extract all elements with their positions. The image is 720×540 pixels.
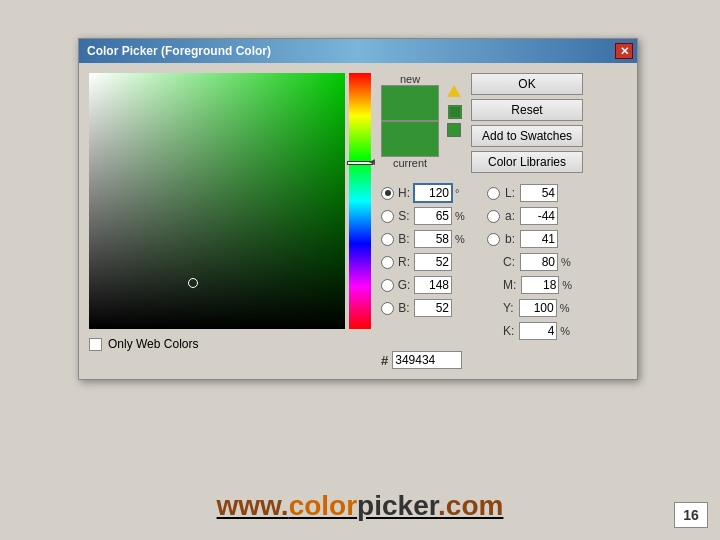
gradient-dark bbox=[89, 73, 345, 329]
input-M[interactable] bbox=[521, 276, 559, 294]
web-colors-label: Only Web Colors bbox=[108, 337, 198, 351]
input-b[interactable] bbox=[520, 230, 558, 248]
input-G[interactable] bbox=[414, 276, 452, 294]
unit-K: % bbox=[560, 325, 574, 337]
field-row-C: C: % bbox=[487, 252, 576, 272]
top-right: new current bbox=[381, 73, 627, 177]
radio-L[interactable] bbox=[487, 187, 500, 200]
radio-a[interactable] bbox=[487, 210, 500, 223]
label-H: H: bbox=[397, 186, 411, 200]
gradient-square[interactable] bbox=[89, 73, 345, 329]
color-libraries-button[interactable]: Color Libraries bbox=[471, 151, 583, 173]
radio-b[interactable] bbox=[487, 233, 500, 246]
field-row-Y: Y: % bbox=[487, 298, 576, 318]
unit-H: ° bbox=[455, 187, 469, 199]
unit-Y: % bbox=[560, 302, 574, 314]
label-B: B: bbox=[397, 232, 411, 246]
right-panel: new current bbox=[381, 73, 627, 369]
label-K: K: bbox=[503, 324, 514, 338]
svg-rect-1 bbox=[450, 107, 460, 117]
page-number: 16 bbox=[674, 502, 708, 528]
input-B[interactable] bbox=[414, 230, 452, 248]
hex-label: # bbox=[381, 353, 388, 368]
color-current-swatch bbox=[381, 121, 439, 157]
field-row-G: G: bbox=[381, 275, 469, 295]
field-row-H: H: ° bbox=[381, 183, 469, 203]
input-a[interactable] bbox=[520, 207, 558, 225]
radio-B[interactable] bbox=[381, 233, 394, 246]
window-body: ◄ Only Web Colors new current bbox=[79, 63, 637, 379]
input-B2[interactable] bbox=[414, 299, 452, 317]
footer-www: www. bbox=[217, 490, 289, 521]
radio-G[interactable] bbox=[381, 279, 394, 292]
field-row-R: R: bbox=[381, 252, 469, 272]
input-L[interactable] bbox=[520, 184, 558, 202]
field-row-B2: B: bbox=[381, 298, 469, 318]
label-a: a: bbox=[503, 209, 517, 223]
label-S: S: bbox=[397, 209, 411, 223]
color-indicator-icon bbox=[447, 123, 461, 137]
label-C: C: bbox=[503, 255, 515, 269]
ok-button[interactable]: OK bbox=[471, 73, 583, 95]
field-row-K: K: % bbox=[487, 321, 576, 341]
hex-input[interactable] bbox=[392, 351, 462, 369]
color-new-swatch bbox=[381, 85, 439, 121]
picker-area: ◄ bbox=[89, 73, 371, 329]
unit-C: % bbox=[561, 256, 575, 268]
add-to-swatches-button[interactable]: Add to Swatches bbox=[471, 125, 583, 147]
field-row-b: b: bbox=[487, 229, 576, 249]
color-picker-window: Color Picker (Foreground Color) ✕ ◄ bbox=[78, 38, 638, 380]
field-row-S: S: % bbox=[381, 206, 469, 226]
label-Y: Y: bbox=[503, 301, 514, 315]
field-row-M: M: % bbox=[487, 275, 576, 295]
window-title: Color Picker (Foreground Color) bbox=[87, 44, 271, 58]
fields-area: H: ° S: % B: bbox=[381, 183, 627, 341]
buttons-area: OK Reset Add to Swatches Color Libraries bbox=[471, 73, 583, 173]
field-row-L: L: bbox=[487, 183, 576, 203]
input-H[interactable] bbox=[414, 184, 452, 202]
color-preview-section: new current bbox=[381, 73, 439, 169]
gamut-warning-icon[interactable] bbox=[447, 85, 461, 97]
new-label: new bbox=[400, 73, 420, 85]
input-C[interactable] bbox=[520, 253, 558, 271]
footer-color: color bbox=[289, 490, 357, 521]
radio-H[interactable] bbox=[381, 187, 394, 200]
field-row-B: B: % bbox=[381, 229, 469, 249]
reset-button[interactable]: Reset bbox=[471, 99, 583, 121]
current-label: current bbox=[393, 157, 427, 169]
field-row-a: a: bbox=[487, 206, 576, 226]
web-colors-row: Only Web Colors bbox=[89, 337, 371, 351]
footer: www.colorpicker.com bbox=[0, 490, 720, 522]
input-K[interactable] bbox=[519, 322, 557, 340]
label-b: b: bbox=[503, 232, 517, 246]
footer-com: .com bbox=[438, 490, 503, 521]
footer-picker: picker bbox=[357, 490, 438, 521]
left-fields-col: H: ° S: % B: bbox=[381, 183, 469, 341]
label-G: G: bbox=[397, 278, 411, 292]
hex-row: # bbox=[381, 351, 627, 369]
radio-R[interactable] bbox=[381, 256, 394, 269]
web-colors-checkbox[interactable] bbox=[89, 338, 102, 351]
input-R[interactable] bbox=[414, 253, 452, 271]
unit-M: % bbox=[562, 279, 576, 291]
hue-slider[interactable] bbox=[349, 73, 371, 329]
radio-S[interactable] bbox=[381, 210, 394, 223]
slider-arrow-icon: ◄ bbox=[367, 156, 377, 167]
input-S[interactable] bbox=[414, 207, 452, 225]
input-Y[interactable] bbox=[519, 299, 557, 317]
label-L: L: bbox=[503, 186, 517, 200]
web-color-icon[interactable] bbox=[447, 104, 463, 120]
title-bar: Color Picker (Foreground Color) ✕ bbox=[79, 39, 637, 63]
radio-B2[interactable] bbox=[381, 302, 394, 315]
label-R: R: bbox=[397, 255, 411, 269]
unit-S: % bbox=[455, 210, 469, 222]
close-button[interactable]: ✕ bbox=[615, 43, 633, 59]
label-M: M: bbox=[503, 278, 516, 292]
right-fields-col: L: a: b: bbox=[487, 183, 576, 341]
left-panel: ◄ Only Web Colors bbox=[89, 73, 371, 369]
alert-icons-area bbox=[447, 81, 463, 137]
unit-B: % bbox=[455, 233, 469, 245]
label-B2: B: bbox=[397, 301, 411, 315]
